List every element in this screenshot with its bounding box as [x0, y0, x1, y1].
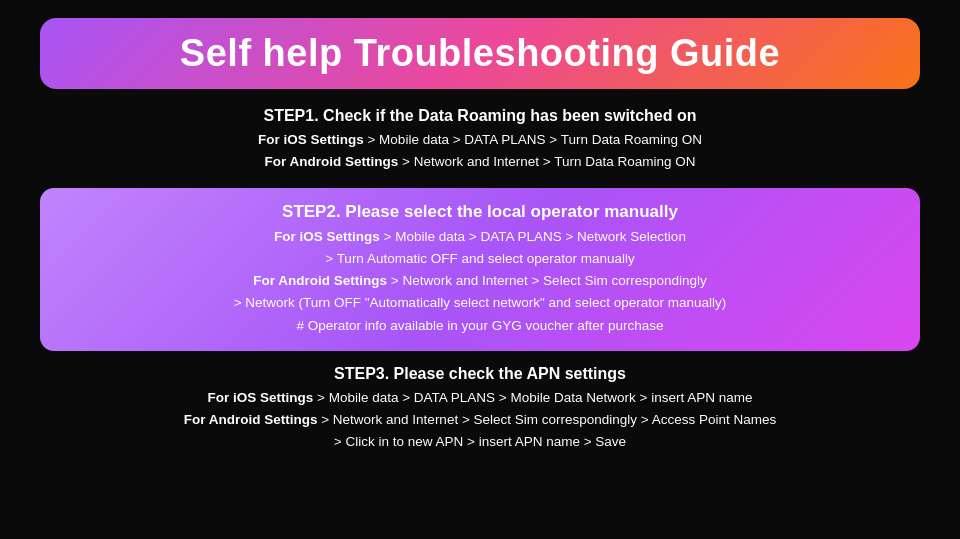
step1-line-1: For Android Settings > Network and Inter… — [40, 151, 920, 173]
step1-line-0: For iOS Settings > Mobile data > DATA PL… — [40, 129, 920, 151]
step1-section: STEP1. Check if the Data Roaming has bee… — [40, 107, 920, 174]
page-title: Self help Troubleshooting Guide — [180, 32, 780, 74]
step2-line-3: > Network (Turn OFF "Automatically selec… — [70, 292, 890, 314]
step1-title: STEP1. Check if the Data Roaming has bee… — [40, 107, 920, 125]
step3-line-0: For iOS Settings > Mobile data > DATA PL… — [40, 387, 920, 409]
step2-line-2: For Android Settings > Network and Inter… — [70, 270, 890, 292]
step2-line-0: For iOS Settings > Mobile data > DATA PL… — [70, 226, 890, 248]
step2-line-1: > Turn Automatic OFF and select operator… — [70, 248, 890, 270]
step2-section: STEP2. Please select the local operator … — [40, 188, 920, 351]
step3-line-1: For Android Settings > Network and Inter… — [40, 409, 920, 431]
step3-section: STEP3. Please check the APN settingsFor … — [40, 365, 920, 454]
title-banner: Self help Troubleshooting Guide — [40, 18, 920, 89]
step3-line-2: > Click in to new APN > insert APN name … — [40, 431, 920, 453]
step3-title: STEP3. Please check the APN settings — [40, 365, 920, 383]
step2-line-4: # Operator info available in your GYG vo… — [70, 315, 890, 337]
step2-title: STEP2. Please select the local operator … — [70, 202, 890, 222]
